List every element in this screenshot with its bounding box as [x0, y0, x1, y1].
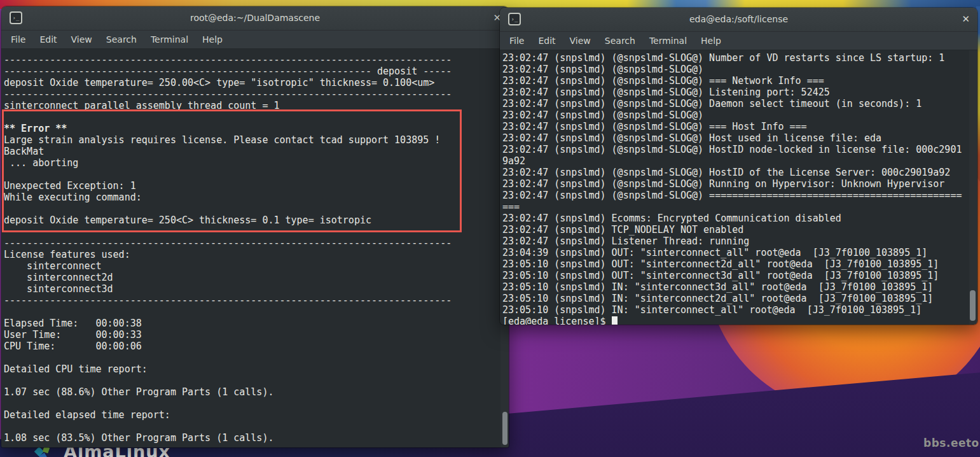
text-cursor [612, 316, 618, 325]
terminal-line: sinterconnect [4, 260, 499, 272]
terminal-line: 23:02:47 (snpslmd) (@snpslmd-SLOG@) Runn… [502, 178, 967, 190]
terminal-line: ----------------------------------------… [4, 88, 499, 100]
right-terminal-content[interactable]: 23:02:47 (snpslmd) (@snpslmd-SLOG@) Numb… [500, 50, 977, 325]
terminal-line [4, 352, 499, 363]
terminal-line: Detailed CPU time report: [4, 363, 499, 375]
scrollbar-thumb[interactable] [502, 412, 507, 445]
terminal-line: ----------------------------------------… [4, 54, 499, 66]
terminal-output-lines: 23:02:47 (snpslmd) (@snpslmd-SLOG@) Numb… [502, 52, 967, 325]
terminal-line: 23:02:47 (snpslmd) (@snpslmd-SLOG@) Daem… [502, 98, 967, 109]
right-terminal-window: ›_ eda@eda:/soft/license ✕ FileEditViewS… [500, 8, 977, 325]
left-menubar: FileEditViewSearchTerminalHelp [1, 31, 509, 49]
terminal-line: Large strain analysis requires license. … [4, 134, 499, 146]
menu-item[interactable]: Search [598, 32, 642, 50]
menu-item[interactable]: Terminal [642, 32, 694, 50]
terminal-line: 23:02:47 (snpslmd) Listener Thread: runn… [502, 236, 967, 247]
terminal-line: 9a92 [502, 155, 967, 167]
menu-item[interactable]: View [64, 31, 99, 48]
menu-item[interactable]: Help [694, 32, 728, 50]
terminal-line [4, 375, 499, 386]
terminal-line: ** Error ** [4, 123, 499, 134]
terminal-line: sinterconnect3d [4, 283, 499, 295]
shell-prompt: [eda@eda license]$ [502, 316, 612, 325]
terminal-line: deposit Oxide temperature= 250<C> thickn… [4, 214, 499, 226]
close-icon[interactable]: ✕ [962, 8, 970, 31]
terminal-line [4, 203, 499, 214]
terminal-output-lines: ----------------------------------------… [4, 54, 499, 444]
terminal-line: License features used: [4, 249, 499, 260]
terminal-line: 23:02:47 (snpslmd) Ecomms: Encrypted Com… [502, 213, 967, 224]
terminal-line: 23:05:10 (snpslmd) IN: "sinterconnect_al… [502, 304, 967, 316]
terminal-line: Detailed elapsed time report: [4, 409, 499, 421]
terminal-line: 23:02:47 (snpslmd) (@snpslmd-SLOG@) Host… [502, 167, 967, 178]
right-menubar: FileEditViewSearchTerminalHelp [500, 32, 977, 50]
terminal-line: 23:04:39 (snpslmd) OUT: "sinterconnect_a… [502, 247, 967, 258]
terminal-line: ... aborting [4, 157, 499, 169]
terminal-line: ----------------------------------------… [4, 295, 499, 306]
scrollbar[interactable] [969, 50, 977, 325]
terminal-line: 1.08 sec (83.5%) Other Program Parts (1 … [4, 432, 499, 444]
terminal-line: 23:02:47 (snpslmd) (@snpslmd-SLOG@) === … [502, 121, 967, 132]
terminal-line [4, 306, 499, 318]
menu-item[interactable]: Help [195, 31, 230, 48]
terminal-line: 23:05:10 (snpslmd) OUT: "sinterconnect3d… [502, 270, 967, 281]
terminal-line: 23:02:47 (snpslmd) (@snpslmd-SLOG@) === … [502, 75, 967, 87]
terminal-line: 23:02:47 (snpslmd) (@snpslmd-SLOG@) Numb… [502, 52, 967, 64]
terminal-line: Unexpected Exception: 1 [4, 180, 499, 192]
watermark: bbs.eetop.cn [923, 437, 980, 449]
terminal-line [4, 111, 499, 123]
terminal-line: 23:05:10 (snpslmd) OUT: "sinterconnect2d… [502, 258, 967, 270]
menu-item[interactable]: View [563, 32, 598, 50]
desktop: AlmaLinux bbs.eetop.cn ›_ root@eda:~/Dua… [0, 0, 980, 457]
terminal-line: deposit Oxide temperature= 250.00<C> typ… [4, 77, 499, 88]
scrollbar-thumb[interactable] [970, 290, 976, 321]
right-titlebar[interactable]: ›_ eda@eda:/soft/license ✕ [500, 8, 977, 32]
menu-item[interactable]: Edit [32, 31, 64, 48]
terminal-line: 23:02:47 (snpslmd) (@snpslmd-SLOG@) ====… [502, 190, 967, 201]
terminal-line: === [502, 201, 967, 213]
almalinux-logo-icon [34, 447, 53, 457]
terminal-line: 23:02:47 (snpslmd) (@snpslmd-SLOG@) Host… [502, 132, 967, 144]
left-titlebar[interactable]: ›_ root@eda:~/DualDamascene ✕ [1, 6, 509, 31]
terminal-line: 23:02:47 (snpslmd) (@snpslmd-SLOG@) Host… [502, 144, 967, 155]
menu-item[interactable]: Terminal [144, 31, 195, 48]
terminal-line: User Time: 00:00:33 [4, 329, 499, 341]
left-terminal-content[interactable]: ----------------------------------------… [1, 49, 509, 447]
menu-item[interactable]: Edit [531, 32, 562, 50]
terminal-line: CPU Time: 00:00:06 [4, 341, 499, 352]
prompt-line: [eda@eda license]$ [502, 316, 967, 325]
menu-item[interactable]: File [4, 31, 32, 48]
terminal-line: ----------------------------------------… [4, 66, 499, 77]
left-terminal-window: ›_ root@eda:~/DualDamascene ✕ FileEditVi… [1, 6, 509, 447]
terminal-line: 23:05:10 (snpslmd) IN: "sinterconnect3d_… [502, 281, 967, 293]
terminal-line: sinterconnect parallel assembly thread c… [4, 100, 499, 111]
terminal-line: 23:02:47 (snpslmd) (@snpslmd-SLOG@) List… [502, 87, 967, 98]
terminal-line [4, 169, 499, 180]
terminal-line: 23:02:47 (snpslmd) (@snpslmd-SLOG@) [502, 109, 967, 121]
menu-item[interactable]: Search [99, 31, 144, 48]
terminal-line [4, 226, 499, 237]
terminal-line [4, 398, 499, 409]
terminal-line: While executing command: [4, 192, 499, 203]
terminal-line: BackMat [4, 146, 499, 157]
menu-item[interactable]: File [502, 32, 531, 50]
terminal-line: sinterconnect2d [4, 272, 499, 283]
left-window-title: root@eda:~/DualDamascene [1, 6, 509, 30]
terminal-line: ----------------------------------------… [4, 237, 499, 249]
terminal-line: 23:02:47 (snpslmd) (@snpslmd-SLOG@) [502, 64, 967, 75]
terminal-line: 23:02:47 (snpslmd) TCP_NODELAY NOT enabl… [502, 224, 967, 236]
terminal-line: 23:05:10 (snpslmd) IN: "sinterconnect2d_… [502, 293, 967, 304]
terminal-line: Elapsed Time: 00:00:38 [4, 318, 499, 329]
right-window-title: eda@eda:/soft/license [500, 8, 977, 31]
terminal-line: 1.07 sec (88.6%) Other Program Parts (1 … [4, 386, 499, 398]
terminal-line [4, 421, 499, 432]
